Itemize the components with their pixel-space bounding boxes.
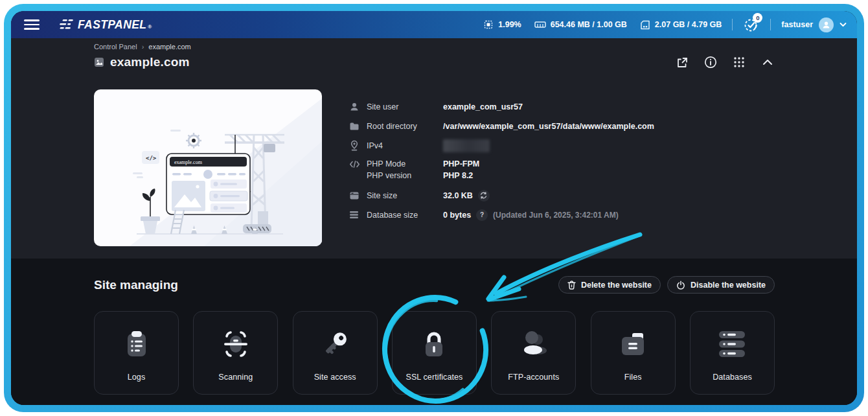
files-folder-icon [617,329,648,360]
trash-icon [567,281,576,290]
database-size-hint-button[interactable]: ? [476,209,488,221]
svg-text:</>: </> [146,155,157,161]
site-size-value: 32.0 KB [443,191,473,200]
card-files[interactable]: Files [591,311,676,395]
root-directory-label: Root directory [367,122,443,131]
info-row: example.com [94,89,775,246]
logs-icon [121,329,152,360]
database-size-updated: (Updated Jun 6, 2025, 3:42:01 AM) [493,211,619,220]
site-details: Site user example_com_usr57 Root directo… [349,89,654,246]
lock-icon [418,329,450,360]
app-frame: FASTPANEL ® 1.99% 654.46 MB / 1.00 GB [4,4,864,412]
cpu-value: 1.99% [498,20,521,29]
ipv4-label: IPv4 [367,141,443,150]
breadcrumb-current: example.com [148,43,190,51]
card-site-access[interactable]: Site access [293,311,378,395]
external-link-icon [676,56,689,69]
username-label: fastuser [781,20,813,29]
notification-badge: 0 [753,13,762,23]
code-badge-illustration: </> [142,151,159,164]
browser-icon [349,191,360,200]
php-version-value: PHP 8.2 [443,171,654,180]
disk-icon [640,20,650,30]
gear-illustration [186,133,201,148]
site-size-row: Site size 32.0 KB [349,189,654,202]
question-icon: ? [480,211,484,218]
delete-website-label: Delete the website [581,281,652,290]
avatar [819,17,834,32]
php-mode-value: PHP-FPM [443,159,654,168]
disk-stat: 2.07 GB / 4.79 GB [640,20,722,30]
disable-website-label: Disable the website [691,281,766,290]
browser-mockup: example.com [166,154,250,214]
info-icon [704,56,717,69]
app-window: FASTPANEL ® 1.99% 654.46 MB / 1.00 GB [11,11,857,405]
open-site-button[interactable] [675,55,689,69]
resource-stats: 1.99% 654.46 MB / 1.00 GB 2.07 GB / 4.79… [483,19,722,30]
databases-icon [716,329,748,360]
chevron-up-icon [762,59,773,65]
card-ssl-certificates[interactable]: SSL certificates [392,311,477,395]
card-databases[interactable]: Databases [690,311,775,395]
breadcrumb-separator: › [142,43,144,51]
ipv4-row: IPv4 [349,139,654,152]
location-pin-icon [349,140,360,151]
code-icon [349,160,360,168]
refresh-site-size-button[interactable] [478,190,490,202]
title-row: example.com [94,55,775,69]
site-managing-section: Site managing Delete the website [11,259,857,405]
brand-logo[interactable]: FASTPANEL ® [59,18,152,32]
power-icon [676,281,685,290]
equalizer-icon [59,19,73,29]
notifications-button[interactable]: 0 [743,16,760,33]
info-button[interactable] [703,55,718,69]
brand-name: FASTPANEL [78,18,146,32]
ram-icon [534,20,546,29]
users-icon [518,329,550,360]
database-size-row: Database size 0 bytes ? (Updated Jun 6, … [349,208,654,222]
user-icon [349,102,360,112]
php-version-row: PHP version PHP 8.2 [349,170,654,181]
user-menu[interactable]: fastuser [781,17,847,32]
topbar-divider [732,19,733,30]
key-icon [319,329,350,360]
brand-registered-mark: ® [148,24,152,30]
database-size-value: 0 bytes [443,211,471,220]
cpu-icon [483,19,494,30]
database-size-label: Database size [367,211,443,220]
scanning-icon [220,329,252,360]
disk-value: 2.07 GB / 4.79 GB [655,20,722,29]
card-scanning[interactable]: Scanning [193,311,278,395]
card-label: Scanning [218,373,253,382]
breadcrumb: Control Panel › example.com [94,43,775,51]
card-label: FTP-accounts [508,373,559,382]
card-logs[interactable]: Logs [94,311,179,395]
apps-grid-button[interactable] [732,55,746,69]
refresh-icon [480,192,487,199]
database-icon [349,211,359,219]
chevron-down-icon [839,22,847,27]
collapse-button[interactable] [760,55,775,69]
card-label: SSL certificates [405,373,463,382]
site-user-label: Site user [367,102,443,111]
disable-website-button[interactable]: Disable the website [667,276,775,294]
topbar-divider [770,19,771,30]
section-title: Site managing [94,278,178,292]
site-image-icon [94,57,104,67]
ipv4-redacted-value [443,139,490,152]
php-mode-row: PHP Mode PHP-FPM [349,158,654,170]
php-mode-label: PHP Mode [367,159,443,168]
grid-icon [733,56,745,68]
card-ftp-accounts[interactable]: FTP-accounts [491,311,576,395]
breadcrumb-control-panel[interactable]: Control Panel [94,43,137,51]
cpu-stat: 1.99% [483,19,521,30]
card-label: Logs [128,373,146,382]
title-actions [675,55,775,69]
card-label: Files [624,373,642,382]
ram-value: 654.46 MB / 1.00 GB [551,20,627,29]
site-user-row: Site user example_com_usr57 [349,100,654,113]
menu-icon[interactable] [24,19,40,30]
php-version-label: PHP version [367,171,443,180]
folder-icon [349,122,360,131]
delete-website-button[interactable]: Delete the website [558,276,661,294]
